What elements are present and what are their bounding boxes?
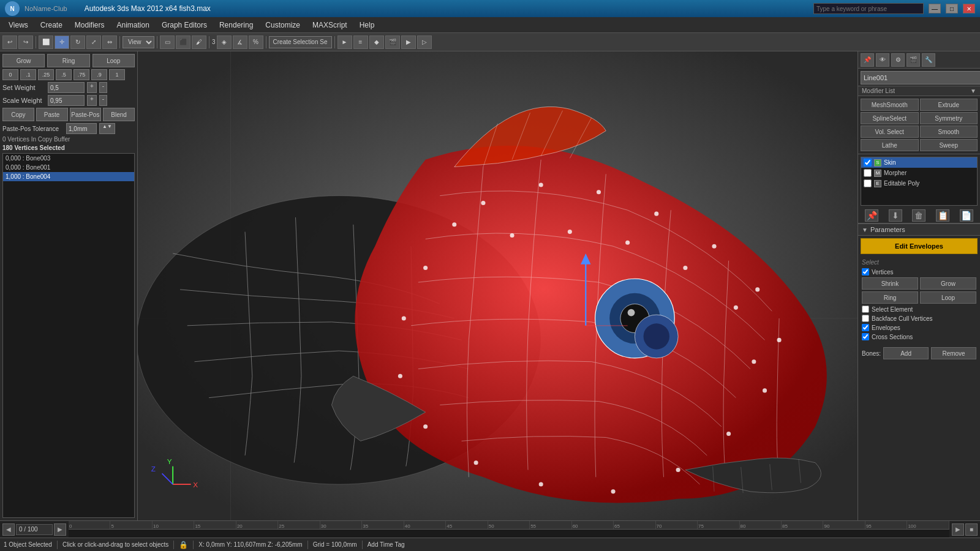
- timeline-left-button[interactable]: ◀: [2, 523, 15, 536]
- 3d-scene[interactable]: X Y Z: [138, 51, 858, 520]
- select-element-checkbox[interactable]: [862, 305, 869, 313]
- menu-rendering[interactable]: Rendering: [213, 20, 259, 31]
- search-input[interactable]: [813, 3, 924, 14]
- show-result-button[interactable]: 👁: [876, 53, 889, 67]
- angle-snap-button[interactable]: ∡: [233, 36, 247, 49]
- select-scale-button[interactable]: ⤢: [86, 36, 101, 49]
- bone-list[interactable]: 0,000 : Bone003 0,000 : Bone001 1,000 : …: [2, 153, 135, 518]
- render-button[interactable]: 🎬: [907, 53, 920, 67]
- extrude-button[interactable]: Extrude: [920, 99, 978, 111]
- paste-button[interactable]: Paste: [36, 108, 68, 121]
- set-weight-decrement[interactable]: -: [99, 82, 107, 93]
- collapse-button[interactable]: ⬇: [889, 209, 902, 222]
- preset-4[interactable]: .75: [74, 69, 89, 80]
- scale-weight-input[interactable]: [48, 95, 85, 106]
- snap-toggle-button[interactable]: ◈: [217, 36, 232, 49]
- spline-select-button[interactable]: SplineSelect: [861, 112, 919, 124]
- menu-maxscript[interactable]: MAXScript: [306, 20, 353, 31]
- paste-modifier-button[interactable]: 📄: [960, 209, 973, 222]
- bone-item-2[interactable]: 1,000 : Bone004: [3, 172, 134, 181]
- utilities-button[interactable]: 🔧: [922, 53, 935, 67]
- select-region-button[interactable]: ▭: [160, 36, 175, 49]
- preset-1[interactable]: .1: [20, 69, 36, 80]
- loop-button-r[interactable]: Loop: [920, 291, 976, 304]
- paint-selection-button[interactable]: 🖌: [192, 36, 206, 49]
- paste-tolerance-input[interactable]: [66, 123, 97, 134]
- skin-modifier[interactable]: S Skin: [861, 157, 977, 168]
- remove-bone-button[interactable]: Remove: [931, 347, 976, 359]
- select-rotate-button[interactable]: ↻: [70, 36, 85, 49]
- backface-checkbox[interactable]: [862, 315, 869, 322]
- blend-button[interactable]: Blend: [103, 108, 135, 121]
- viewport[interactable]: [ Perspective ]: [138, 51, 858, 520]
- timeline-right-button[interactable]: ▶: [54, 523, 66, 536]
- redo-button[interactable]: ↪: [18, 36, 33, 49]
- epoly-visibility[interactable]: [864, 179, 872, 187]
- scale-weight-increment[interactable]: +: [87, 95, 97, 106]
- minimize-button[interactable]: —: [929, 4, 941, 13]
- reference-coord-select[interactable]: View: [123, 36, 154, 48]
- preset-5[interactable]: .9: [91, 69, 107, 80]
- edit-envelopes-button[interactable]: Edit Envelopes: [861, 238, 978, 254]
- tolerance-spinner[interactable]: ▲▼: [99, 123, 115, 134]
- lathe-button[interactable]: Lathe: [861, 139, 919, 151]
- pin-stack-button[interactable]: 📌: [861, 53, 874, 67]
- render-button[interactable]: ▶: [401, 36, 416, 49]
- menu-customize[interactable]: Customize: [259, 20, 306, 31]
- skin-visibility[interactable]: [864, 159, 872, 167]
- copy-modifier-button[interactable]: 📋: [936, 209, 949, 222]
- window-crossing-button[interactable]: ⬛: [176, 36, 190, 49]
- symmetry-button[interactable]: Symmetry: [920, 112, 978, 124]
- vertices-checkbox[interactable]: [862, 268, 869, 276]
- menu-help[interactable]: Help: [353, 20, 381, 31]
- material-button[interactable]: ◆: [369, 36, 384, 49]
- shrink-button[interactable]: Shrink: [862, 277, 918, 290]
- add-bone-button[interactable]: Add: [883, 347, 929, 359]
- preset-2[interactable]: .25: [38, 69, 54, 80]
- modifier-list-label[interactable]: Modifier List ▼: [858, 86, 980, 96]
- stop-button[interactable]: ■: [965, 523, 978, 536]
- envelopes-checkbox[interactable]: [862, 324, 869, 331]
- timeline-track[interactable]: 0 5 10 15 20 25 30 35 40 45 50 55 60 65 …: [69, 521, 949, 538]
- preset-3[interactable]: .5: [56, 69, 72, 80]
- menu-graph-editors[interactable]: Graph Editors: [156, 20, 213, 31]
- bone-item-1[interactable]: 0,000 : Bone001: [3, 163, 134, 172]
- undo-button[interactable]: ↩: [2, 36, 17, 49]
- mesh-smooth-button[interactable]: MeshSmooth: [861, 99, 919, 111]
- render-setup-button[interactable]: 🎬: [385, 36, 400, 49]
- vol-select-button[interactable]: Vol. Select: [861, 126, 919, 138]
- ring-button-r[interactable]: Ring: [862, 291, 918, 304]
- track-view-button[interactable]: ≡: [353, 36, 368, 49]
- preset-6[interactable]: 1: [109, 69, 125, 80]
- ring-button[interactable]: Ring: [47, 54, 89, 67]
- sweep-button[interactable]: Sweep: [920, 139, 978, 151]
- close-button[interactable]: ✕: [963, 4, 975, 13]
- select-object-button[interactable]: ⬜: [39, 36, 53, 49]
- menu-animation[interactable]: Animation: [111, 20, 156, 31]
- config-button[interactable]: ⚙: [891, 53, 905, 67]
- set-weight-input[interactable]: [48, 82, 85, 93]
- play-button[interactable]: ▶: [952, 523, 964, 536]
- modifier-stack[interactable]: S Skin M Morpher E Editable Poly: [861, 157, 978, 206]
- cross-sections-checkbox[interactable]: [862, 333, 869, 340]
- menu-modifiers[interactable]: Modifiers: [69, 20, 111, 31]
- preset-0[interactable]: 0: [2, 69, 18, 80]
- paste-pos-button[interactable]: Paste-Pos: [70, 108, 102, 121]
- grow-button-r[interactable]: Grow: [920, 277, 976, 290]
- copy-button[interactable]: Copy: [2, 108, 34, 121]
- select-move-button[interactable]: ✛: [55, 36, 69, 49]
- percent-snap-button[interactable]: %: [249, 36, 263, 49]
- menu-views[interactable]: Views: [2, 20, 34, 31]
- set-weight-increment[interactable]: +: [87, 82, 97, 93]
- scale-weight-decrement[interactable]: -: [99, 95, 107, 106]
- loop-button[interactable]: Loop: [92, 54, 135, 67]
- render-prod-button[interactable]: ▷: [417, 36, 432, 49]
- bone-item-0[interactable]: 0,000 : Bone003: [3, 154, 134, 163]
- delete-modifier-button[interactable]: 🗑: [912, 209, 925, 222]
- params-collapse-button[interactable]: ▼: [862, 227, 868, 233]
- morpher-visibility[interactable]: [864, 169, 872, 177]
- object-name-input[interactable]: [861, 71, 980, 84]
- mirror-button[interactable]: ⇔: [102, 36, 117, 49]
- editable-poly-modifier[interactable]: E Editable Poly: [861, 178, 977, 189]
- named-selection-button[interactable]: ►: [337, 36, 352, 49]
